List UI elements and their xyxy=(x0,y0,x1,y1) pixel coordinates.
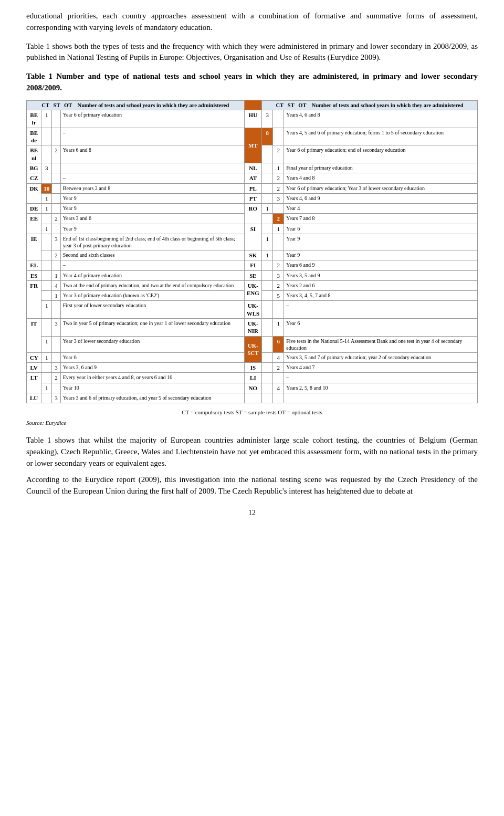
table-row: 1 Year 9 PT 3 Years 4, 6 and 9 xyxy=(27,193,478,203)
table-row: DE 1 Year 9 RO 1 Year 4 xyxy=(27,204,478,214)
table-row: 1 Year 3 of lower secondary education UK… xyxy=(27,336,478,352)
table-row: DK 10 Between years 2 and 8 PL 2 Year 6 … xyxy=(27,183,478,193)
table-row: 1 Year 9 SI 1 Year 6 xyxy=(27,224,478,234)
table-row: 1 Year 10 NO 4 Years 2, 5, 8 and 10 xyxy=(27,383,478,393)
intro-paragraph2: Table 1 shows both the types of tests an… xyxy=(26,41,478,64)
divider xyxy=(244,100,261,110)
table-row: BG 3 NL 1 Final year of primary educatio… xyxy=(27,163,478,173)
table-row: LT 2 Every year in either years 4 and 8,… xyxy=(27,373,478,383)
page-number: 12 xyxy=(26,508,478,518)
legend: CT = compulsory tests ST = sample tests … xyxy=(26,409,478,417)
bottom-paragraph2: According to the Eurydice report (2009),… xyxy=(26,474,478,497)
table-row: FR 4 Two at the end of primary education… xyxy=(27,280,478,290)
table-container: CT ST OT Number of tests and school year… xyxy=(26,100,478,404)
table-caption: Table 1 Number and type of national test… xyxy=(26,71,478,94)
source: Source: Eurydice xyxy=(26,419,478,427)
table-row: 2 Second and sixth classes SK 1 Year 9 xyxy=(27,250,478,260)
table-row: IT 3 Two in year 5 of primary education;… xyxy=(27,319,478,337)
table-row: EL – FI 2 Years 6 and 9 xyxy=(27,260,478,270)
main-table: CT ST OT Number of tests and school year… xyxy=(26,100,478,404)
table-row: CZ – AT 2 Years 4 and 8 xyxy=(27,173,478,183)
bottom-paragraph1: Table 1 shows that whilst the majority o… xyxy=(26,435,478,469)
table-row: LU 3 Years 3 and 6 of primary education,… xyxy=(27,393,478,403)
right-header: CT ST OT Number of tests and school year… xyxy=(262,100,478,110)
table-row: BE de – MT 8 Years 4, 5 and 6 of primary… xyxy=(27,128,478,145)
table-row: 1 First year of lower secondary educatio… xyxy=(27,301,478,319)
left-header: CT ST OT Number of tests and school year… xyxy=(27,100,245,110)
table-row: BE fr 1 Year 6 of primary education HU 3… xyxy=(27,110,478,128)
table-row: LV 3 Years 3, 6 and 9 IS 2 Years 4 and 7 xyxy=(27,362,478,372)
intro-paragraph1: educational priorities, each country app… xyxy=(26,11,478,34)
table-row: ES 1 Year 4 of primary education SE 3 Ye… xyxy=(27,270,478,280)
